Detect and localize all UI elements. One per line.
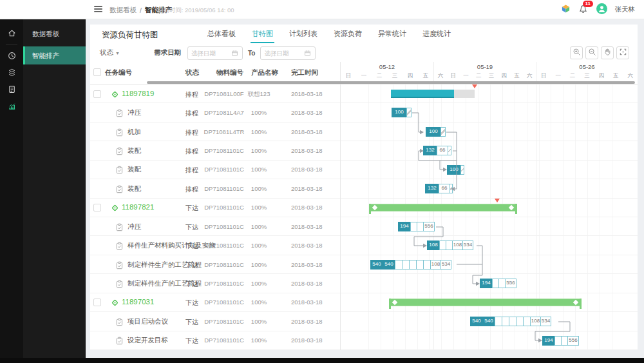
table-row[interactable]: 冲压排程DP71081L4A7100%2018-03-18100 xyxy=(90,103,638,122)
task-number[interactable]: 11897819 xyxy=(122,90,154,97)
tab-item[interactable]: 总体看板 xyxy=(206,26,237,43)
gantt-summary-bar[interactable] xyxy=(389,299,582,306)
bar-segment-empty: 108 xyxy=(430,260,441,270)
row-checkbox[interactable] xyxy=(93,299,101,306)
table-row[interactable]: 样件生产材料购买计划及实施下达DP71081101C100%2018-03-18… xyxy=(90,236,638,255)
task-name[interactable]: 冲压 xyxy=(128,222,141,231)
table-row[interactable]: 装配排程DP71081101C100%2018-03-1813266 xyxy=(90,141,638,160)
date-from-input[interactable] xyxy=(191,50,229,57)
table-row[interactable]: 项目启动会议下达DP71081101C100%2018-03-185405401… xyxy=(90,312,638,331)
table-row-group[interactable]: ▼11897031下达DP71081101C100%2018-03-18 xyxy=(90,293,638,312)
table-row[interactable]: 装配排程DP71081101C100%2018-03-18100 xyxy=(90,161,638,179)
status-filter-dropdown[interactable]: 状态 ▼ xyxy=(100,48,120,57)
bar-segment-filled: 540 xyxy=(482,317,495,326)
clipboard-icon xyxy=(115,279,124,291)
gantt-task-bar[interactable]: 100 xyxy=(392,108,412,117)
gantt-task-bar[interactable]: 100 xyxy=(447,165,464,175)
top-bar: 数据看板 / 智能排产 *刷新时间: 2019/05/06 14: 00 11 … xyxy=(0,0,644,19)
tab-item[interactable]: 计划列表 xyxy=(288,26,319,43)
bar-segment-empty: 66 xyxy=(437,146,448,155)
home-icon[interactable] xyxy=(0,25,23,41)
clipboard-icon xyxy=(115,241,124,253)
zoom-out-icon xyxy=(588,47,596,59)
table-row-group[interactable]: ▼11897819排程DP71081L00F联想1232018-03-18 xyxy=(90,84,638,103)
select-all-checkbox[interactable] xyxy=(93,68,101,76)
tab-item[interactable]: 异常统计 xyxy=(377,26,408,43)
cell-status: 下达 xyxy=(185,337,198,346)
cell-product: 100% xyxy=(236,223,281,230)
col-header-status: 状态 xyxy=(185,68,199,77)
gantt-task-bar[interactable]: 540540108534 xyxy=(370,260,451,270)
modules-icon[interactable] xyxy=(0,64,23,81)
gantt-task-bar[interactable]: 13266 xyxy=(423,146,451,155)
date-from-field[interactable] xyxy=(187,46,243,60)
zoom-in-button[interactable] xyxy=(570,46,583,59)
table-row[interactable]: 设定开发目标下达DP71081101C100%2018-03-18194556 xyxy=(90,331,638,350)
task-number[interactable]: 11897821 xyxy=(122,203,154,211)
table-row[interactable]: 冲压下达DP71081101C100%2018-03-18194556 xyxy=(90,217,638,236)
breadcrumb-parent[interactable]: 数据看板 xyxy=(109,6,137,15)
clipboard-icon xyxy=(115,317,124,329)
tab-active[interactable]: 甘特图 xyxy=(251,26,274,43)
table-row[interactable]: 制定样件生产的工艺流程下达DP71081101C100%2018-03-1819… xyxy=(90,274,638,293)
gantt-task-bar[interactable]: 100 xyxy=(426,127,446,137)
cell-product: 100% xyxy=(236,337,281,344)
menu-toggle-icon[interactable] xyxy=(94,6,102,13)
sidebar-item-active[interactable]: 智能排产 xyxy=(23,46,86,64)
bar-segment-filled: 194 xyxy=(480,279,493,288)
task-name[interactable]: 项目启动会议 xyxy=(128,317,168,326)
gantt-task-bar[interactable]: 13266 xyxy=(425,184,453,193)
table-row[interactable]: 装配排程DP71081101C100%2018-03-1813266 xyxy=(90,179,638,198)
analytics-icon[interactable] xyxy=(0,97,23,114)
cell-status: 下达 xyxy=(185,299,198,308)
cell-status: 排程 xyxy=(185,90,198,99)
date-to-field[interactable] xyxy=(260,46,316,60)
cell-product: 100% xyxy=(236,128,281,135)
fullscreen-icon xyxy=(619,47,627,59)
task-number[interactable]: 11897031 xyxy=(122,298,154,306)
zoom-out-button[interactable] xyxy=(585,46,598,59)
cell-status: 下达 xyxy=(185,280,198,289)
gantt-summary-bar[interactable] xyxy=(369,204,517,211)
gantt-task-bar[interactable]: 194556 xyxy=(480,279,516,288)
sidebar-item-link[interactable]: 数据看板 xyxy=(23,25,86,43)
avatar[interactable] xyxy=(596,3,607,17)
date-to-input[interactable] xyxy=(264,50,301,57)
gantt-task-bar[interactable]: 194556 xyxy=(398,222,435,231)
fullscreen-button[interactable] xyxy=(616,46,629,59)
bar-segment-filled: 194 xyxy=(398,222,411,231)
cell-finish-time: 2018-03-18 xyxy=(291,185,323,192)
task-name[interactable]: 装配 xyxy=(128,165,141,174)
tasks-icon[interactable] xyxy=(0,81,23,97)
calendar-icon xyxy=(304,50,311,57)
row-checkbox[interactable] xyxy=(93,90,101,98)
apps-cube-icon[interactable] xyxy=(561,4,571,16)
tab-item[interactable]: 进度统计 xyxy=(421,26,452,43)
task-name[interactable]: 机加 xyxy=(128,128,141,137)
cell-product: 100% xyxy=(236,280,281,287)
horizontal-scrollbar[interactable] xyxy=(147,81,635,84)
row-checkbox[interactable] xyxy=(93,204,101,211)
task-name[interactable]: 装配 xyxy=(128,184,141,193)
bar-segment-empty: 556 xyxy=(505,279,516,288)
pan-button[interactable] xyxy=(601,46,614,59)
task-name[interactable]: 设定开发目标 xyxy=(128,336,168,345)
table-row[interactable]: 制定样件生产的工艺流程下达DP71081101C100%2018-03-1854… xyxy=(90,255,638,274)
notification-bell-icon[interactable]: 11 xyxy=(578,5,589,15)
clipboard-icon xyxy=(115,260,124,272)
table-row-group[interactable]: ▼11897821下达DP71081101C100%2018-03-18 xyxy=(90,199,638,217)
bar-segment-filled: 540 xyxy=(370,260,383,270)
task-name[interactable]: 冲压 xyxy=(128,108,141,117)
cell-product: 联想123 xyxy=(236,90,281,99)
tab-item[interactable]: 资源负荷 xyxy=(332,26,363,43)
gantt-summary-progress-bar[interactable] xyxy=(391,90,475,98)
bar-segment-empty: 534 xyxy=(440,260,451,270)
user-name[interactable]: 张天林 xyxy=(615,5,636,14)
table-row[interactable]: 机加排程DP71081L4TR100%2018-03-18100 xyxy=(90,123,638,141)
history-icon[interactable] xyxy=(0,47,23,64)
page-title: 资源负荷甘特图 xyxy=(102,30,158,41)
gantt-task-bar[interactable]: 108108534 xyxy=(427,240,473,250)
gantt-task-bar[interactable]: 194556 xyxy=(542,336,579,346)
task-name[interactable]: 装配 xyxy=(128,146,141,155)
gantt-task-bar[interactable]: 540540108534 xyxy=(470,317,551,326)
